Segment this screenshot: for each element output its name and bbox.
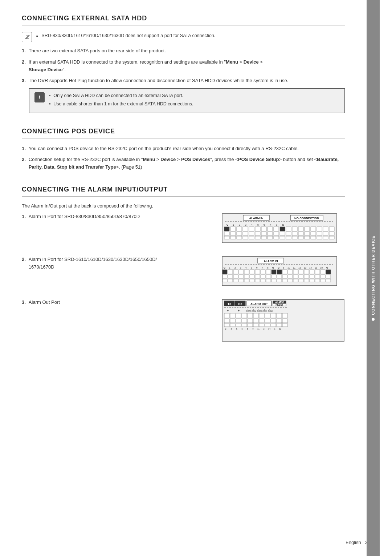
- svg-rect-67: [317, 236, 322, 239]
- svg-rect-138: [244, 279, 249, 282]
- list-num-3: 3.: [22, 77, 26, 85]
- svg-rect-102: [266, 270, 271, 274]
- pos-list-content-1: You can connect a POS device to the RS-2…: [29, 145, 345, 153]
- svg-rect-104: [277, 270, 282, 274]
- svg-text:ALARM OUT: ALARM OUT: [250, 302, 268, 306]
- svg-text:1: 1: [274, 328, 275, 330]
- svg-rect-208: [259, 323, 264, 327]
- sata-note-text: ■ SRD-830/830D/1610/1610D/1630/1630D doe…: [36, 32, 215, 39]
- svg-text:16: 16: [320, 266, 323, 269]
- svg-rect-185: [253, 313, 258, 318]
- svg-rect-136: [233, 279, 238, 282]
- svg-text:–: –: [243, 309, 245, 313]
- list-item: 1. There are two external SATA ports on …: [22, 47, 345, 55]
- alarm-text-3: 3. Alarm Out Port: [22, 299, 214, 306]
- svg-rect-202: [224, 323, 229, 327]
- svg-rect-120: [255, 275, 260, 278]
- alarm-list-num-1: 1.: [22, 213, 26, 221]
- svg-rect-118: [244, 275, 249, 278]
- svg-rect-51: [329, 232, 334, 235]
- svg-rect-97: [239, 270, 244, 274]
- warning-icon: !: [34, 92, 45, 102]
- svg-rect-32: [323, 227, 328, 231]
- alarm-diagram-2: ALARM IN G 1 2 3 4 5 6 7 8 G: [221, 256, 345, 288]
- svg-rect-144: [277, 279, 282, 282]
- svg-text:9: 9: [283, 266, 284, 269]
- section-pos: CONNECTING POS DEVICE 1. You can connect…: [22, 128, 345, 171]
- svg-rect-142: [266, 279, 271, 282]
- svg-rect-24: [274, 227, 279, 231]
- svg-rect-198: [265, 319, 270, 323]
- svg-rect-62: [286, 236, 291, 239]
- svg-text:–: –: [232, 309, 234, 313]
- alarm-list-content-2: Alarm In Port for SRD-1610/1610D/1630/16…: [29, 256, 157, 271]
- svg-rect-188: [271, 313, 276, 318]
- warning-block: ! Only one SATA HDD can be connected to …: [29, 88, 345, 113]
- svg-text:NO CONNECTION: NO CONNECTION: [294, 217, 319, 220]
- svg-rect-140: [255, 279, 260, 282]
- pos-list-num-2: 2.: [22, 156, 26, 171]
- pos-list-content-2: Connection setup for the RS-232C port is…: [29, 156, 345, 171]
- svg-rect-106: [288, 270, 293, 274]
- svg-rect-205: [242, 323, 247, 327]
- svg-rect-189: [277, 313, 282, 318]
- svg-rect-152: [320, 279, 325, 282]
- svg-rect-119: [250, 275, 254, 278]
- svg-text:7: 7: [262, 266, 263, 269]
- warning-item-2: Use a cable shorter than 1 m for the ext…: [49, 101, 339, 108]
- svg-rect-200: [277, 319, 282, 323]
- svg-rect-38: [249, 232, 254, 235]
- side-tab: CONNECTING WITH OTHER DEVICE: [367, 0, 380, 556]
- svg-rect-54: [237, 236, 242, 239]
- svg-rect-26: [286, 227, 291, 231]
- alarm-list-num-3: 3.: [22, 299, 26, 306]
- side-tab-text: CONNECTING WITH OTHER DEVICE: [371, 235, 375, 321]
- svg-rect-19: [243, 227, 248, 231]
- svg-text:3: 3: [245, 223, 246, 226]
- svg-text:6: 6: [256, 266, 258, 269]
- side-tab-dot: [372, 318, 375, 321]
- svg-text:3: 3: [230, 328, 232, 330]
- alarm-text-2: 2. Alarm In Port for SRD-1610/1610D/1630…: [22, 256, 214, 271]
- svg-text:12: 12: [298, 266, 301, 269]
- svg-rect-25: [280, 227, 285, 231]
- svg-rect-69: [329, 236, 334, 239]
- svg-rect-206: [248, 323, 253, 327]
- warning-list: Only one SATA HDD can be connected to an…: [49, 92, 339, 108]
- svg-text:6: 6: [247, 328, 248, 330]
- svg-rect-197: [259, 319, 264, 323]
- svg-rect-108: [299, 270, 303, 274]
- svg-rect-133: [326, 275, 331, 278]
- svg-rect-65: [305, 236, 310, 239]
- note-icon: ℤ: [22, 32, 32, 42]
- svg-text:11: 11: [293, 266, 296, 269]
- svg-rect-192: [230, 319, 235, 323]
- svg-rect-196: [253, 319, 258, 323]
- svg-rect-183: [242, 313, 247, 318]
- svg-rect-126: [288, 275, 293, 278]
- svg-rect-121: [261, 275, 265, 278]
- svg-rect-27: [292, 227, 297, 231]
- svg-rect-124: [277, 275, 282, 278]
- svg-rect-40: [261, 232, 266, 235]
- svg-rect-33: [329, 227, 334, 231]
- svg-rect-41: [268, 232, 273, 235]
- svg-text:RESET: RESET: [275, 303, 283, 306]
- svg-text:+: +: [227, 309, 229, 313]
- svg-text:2: 2: [263, 328, 264, 330]
- sata-title: CONNECTING EXTERNAL SATA HDD: [22, 15, 345, 25]
- svg-rect-45: [292, 232, 297, 235]
- alarm-in-diagram-2: ALARM IN G 1 2 3 4 5 6 7 8 G: [221, 256, 338, 287]
- svg-rect-203: [230, 323, 235, 327]
- alarm-in-diagram-1: ALARM IN NO CONNECTION G 1 2 3 4 5: [221, 213, 338, 244]
- svg-rect-68: [323, 236, 328, 239]
- svg-text:G: G: [224, 266, 225, 269]
- svg-text:10: 10: [287, 266, 290, 269]
- svg-rect-209: [265, 323, 270, 327]
- list-num-2: 2.: [22, 59, 26, 74]
- svg-rect-130: [310, 275, 314, 278]
- svg-rect-21: [255, 227, 260, 231]
- svg-rect-56: [249, 236, 254, 239]
- svg-rect-123: [271, 275, 276, 278]
- svg-text:G: G: [226, 223, 229, 226]
